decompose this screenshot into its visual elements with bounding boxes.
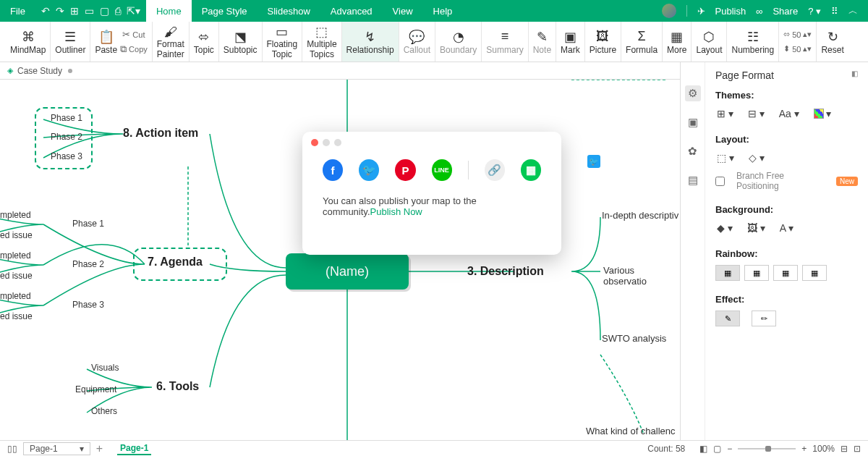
multiple-topics-button[interactable]: ⬚MultipleTopics bbox=[302, 22, 341, 62]
avatar[interactable] bbox=[662, 4, 676, 18]
indepth[interactable]: In-depth descriptiv bbox=[602, 210, 678, 221]
theme-1[interactable]: ⊞ ▾ bbox=[715, 106, 735, 121]
add-page-icon[interactable]: + bbox=[96, 442, 103, 455]
layout-1[interactable]: ⬚ ▾ bbox=[715, 151, 736, 165]
branch-6[interactable]: 6. Tools bbox=[156, 380, 199, 393]
apps-icon[interactable]: ⠿ bbox=[831, 6, 838, 17]
rainbow-2[interactable]: ▦ bbox=[744, 265, 769, 281]
numbering-button[interactable]: ☷Numbering bbox=[727, 22, 779, 62]
tab-advanced[interactable]: Advanced bbox=[320, 0, 383, 22]
share-button[interactable]: Share bbox=[773, 6, 798, 17]
resource-tab-icon[interactable]: ▣ bbox=[685, 114, 701, 130]
phase3-b[interactable]: Phase 3 bbox=[72, 300, 104, 310]
open-icon[interactable]: ▭ bbox=[85, 5, 94, 17]
branch-3[interactable]: 3. Description bbox=[467, 265, 544, 278]
outline-icon[interactable]: ▯▯ bbox=[7, 444, 17, 454]
phase1-b[interactable]: Phase 1 bbox=[72, 219, 104, 229]
color-option[interactable]: ▾ bbox=[812, 106, 833, 121]
boundary-button[interactable]: ◔Boundary bbox=[435, 22, 482, 62]
save-icon[interactable]: ▢ bbox=[100, 5, 109, 17]
twitter-icon[interactable]: 🐦 bbox=[359, 159, 379, 181]
outliner-button[interactable]: ☰Outliner bbox=[51, 22, 90, 62]
note-button[interactable]: ✎Note bbox=[529, 22, 556, 62]
publish-button[interactable]: Publish bbox=[715, 6, 746, 17]
summary-button[interactable]: ≡Summary bbox=[482, 22, 528, 62]
effect-1[interactable]: ✎ bbox=[715, 311, 740, 326]
subtopic-button[interactable]: ⬔Subtopic bbox=[219, 22, 263, 62]
challenge[interactable]: What kind of challenc bbox=[586, 426, 676, 436]
tab-slideshow[interactable]: Slideshow bbox=[258, 0, 320, 22]
fullscreen-icon[interactable]: ⊡ bbox=[854, 444, 861, 454]
floating-topic-button[interactable]: ▭FloatingTopic bbox=[263, 22, 303, 62]
mark-button[interactable]: ▣Mark bbox=[556, 22, 585, 62]
rainbow-3[interactable]: ▦ bbox=[773, 265, 798, 281]
collapse-icon[interactable]: ︿ bbox=[848, 4, 858, 17]
bg-image[interactable]: 🖼 ▾ bbox=[746, 221, 767, 235]
effect-2[interactable]: ✏ bbox=[752, 311, 776, 326]
panel-close-icon[interactable]: ◧ bbox=[851, 69, 858, 81]
zoom-slider[interactable] bbox=[738, 448, 796, 449]
equipment[interactable]: Equipment bbox=[75, 384, 116, 394]
format-painter-button[interactable]: 🖌FormatPainter bbox=[153, 22, 190, 62]
layout-2[interactable]: ◇ ▾ bbox=[747, 151, 766, 165]
others[interactable]: Others bbox=[91, 406, 117, 416]
completed-2[interactable]: mpleted bbox=[0, 250, 31, 261]
layout-button[interactable]: ⬡Layout bbox=[692, 22, 727, 62]
doc-tab[interactable]: Case Study bbox=[17, 66, 62, 76]
issue-1[interactable]: ed issue bbox=[0, 230, 33, 240]
relationship-button[interactable]: ↯Relationship bbox=[342, 22, 399, 62]
link-icon[interactable]: 🔗 bbox=[485, 159, 505, 181]
picture-button[interactable]: 🖼Picture bbox=[585, 22, 621, 62]
pinterest-icon[interactable]: P bbox=[395, 159, 415, 181]
rainbow-4[interactable]: ▦ bbox=[802, 265, 827, 281]
new-icon[interactable]: ⊞ bbox=[70, 5, 79, 17]
mindmap-button[interactable]: ⌘MindMap bbox=[6, 22, 51, 62]
tab-view[interactable]: View bbox=[383, 0, 423, 22]
format-tab-icon[interactable]: ⚙ bbox=[685, 85, 701, 101]
print-icon[interactable]: ⎙ bbox=[115, 5, 121, 17]
topic-button[interactable]: ⬄Topic bbox=[190, 22, 219, 62]
file-menu[interactable]: File bbox=[0, 0, 35, 22]
embed-icon[interactable]: ▦ bbox=[521, 159, 541, 181]
twitter-node-icon[interactable]: 🐦 bbox=[587, 155, 600, 168]
various[interactable]: Various observatio bbox=[603, 265, 680, 287]
undo-icon[interactable]: ↶ bbox=[41, 5, 50, 17]
publish-now-link[interactable]: Publish Now bbox=[370, 206, 422, 217]
zoom-out-icon[interactable]: − bbox=[727, 444, 732, 454]
zoom-step-icon[interactable]: ⊟ bbox=[841, 444, 848, 454]
page-tab-1[interactable]: Page-1 bbox=[117, 442, 151, 455]
issue-2[interactable]: ed issue bbox=[0, 271, 33, 281]
page-selector[interactable]: Page-1▾ bbox=[23, 442, 90, 455]
phase1-a[interactable]: Phase 1 bbox=[51, 113, 82, 123]
visuals[interactable]: Visuals bbox=[91, 363, 119, 373]
maximize-icon[interactable] bbox=[334, 139, 341, 146]
line-icon[interactable]: LINE bbox=[432, 159, 452, 181]
callout-button[interactable]: 💬Callout bbox=[399, 22, 435, 62]
rainbow-1[interactable]: ▦ bbox=[715, 265, 740, 281]
more-button[interactable]: ▦More bbox=[663, 22, 692, 62]
theme-2[interactable]: ⊟ ▾ bbox=[746, 106, 766, 121]
clipart-tab-icon[interactable]: ✿ bbox=[685, 143, 701, 159]
cut-button[interactable]: ✂Cut bbox=[122, 28, 145, 42]
zoom-level[interactable]: 100% bbox=[812, 444, 835, 454]
close-icon[interactable] bbox=[311, 139, 318, 146]
paste-button[interactable]: 📋Paste bbox=[95, 29, 117, 55]
reset-button[interactable]: ↻Reset bbox=[817, 22, 848, 62]
copy-button[interactable]: ⧉Copy bbox=[120, 42, 148, 56]
export-icon[interactable]: ⇱▾ bbox=[127, 5, 140, 17]
help-icon[interactable]: ? ▾ bbox=[808, 6, 821, 17]
fit-icon[interactable]: ◧ bbox=[699, 444, 707, 454]
redo-icon[interactable]: ↷ bbox=[56, 5, 64, 17]
phase2-b[interactable]: Phase 2 bbox=[72, 259, 104, 269]
branch-free-checkbox[interactable] bbox=[715, 177, 725, 186]
tab-help[interactable]: Help bbox=[423, 0, 463, 22]
bg-watermark[interactable]: A ▾ bbox=[778, 221, 795, 235]
branch-8[interactable]: 8. Action item bbox=[123, 127, 198, 140]
zoom-in-icon[interactable]: + bbox=[801, 444, 807, 454]
tab-home[interactable]: Home bbox=[146, 0, 192, 22]
tab-page-style[interactable]: Page Style bbox=[192, 0, 258, 22]
formula-button[interactable]: ΣFormula bbox=[621, 22, 663, 62]
facebook-icon[interactable]: f bbox=[323, 159, 343, 181]
bg-fill[interactable]: ◆ ▾ bbox=[715, 221, 734, 235]
swot[interactable]: SWTO analysis bbox=[602, 333, 666, 344]
